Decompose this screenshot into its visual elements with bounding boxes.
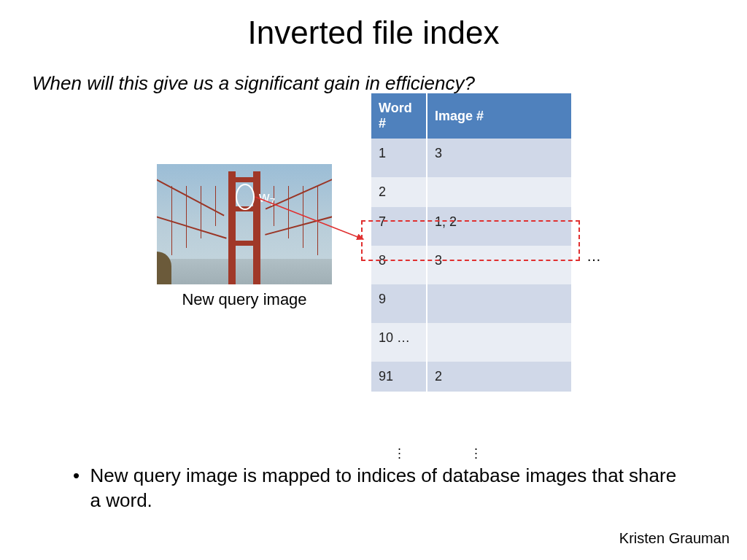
table-cell: 9	[371, 284, 427, 323]
table-cell: 2	[427, 362, 571, 392]
query-image-caption: New query image	[157, 290, 332, 309]
table-header-image: Image #	[427, 93, 571, 139]
vertical-ellipsis-icon: ...	[474, 443, 478, 456]
table-cell: 3	[427, 139, 571, 177]
highlight-box-icon	[361, 220, 580, 261]
row-ellipsis: …	[587, 248, 603, 265]
vertical-ellipsis-icon: ...	[398, 443, 401, 456]
query-image-graphic	[157, 164, 332, 284]
question-text: When will this give us a significant gai…	[32, 71, 747, 96]
table-header-word: Word #	[371, 93, 427, 139]
table-cell: 10 …	[371, 323, 427, 362]
feature-ellipse-icon	[236, 184, 255, 210]
table-cell	[427, 177, 571, 207]
slide-title: Inverted file index	[0, 15, 747, 51]
table-cell: 1	[371, 139, 427, 177]
table-cell: 91	[371, 362, 427, 392]
table-cell	[427, 323, 571, 362]
feature-label: w7	[259, 189, 275, 208]
attribution-text: Kristen Grauman	[619, 530, 729, 547]
table-cell: 2	[371, 177, 427, 207]
bullet-point: • New query image is mapped to indices o…	[73, 464, 681, 513]
table-cell	[427, 284, 571, 323]
